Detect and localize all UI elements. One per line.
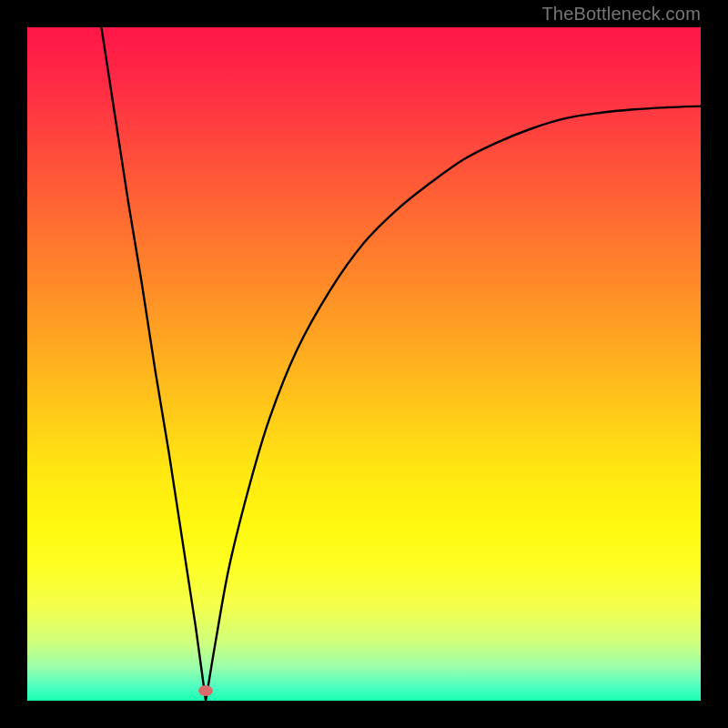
plot-area — [27, 27, 701, 701]
chart-frame: TheBottleneck.com — [0, 0, 728, 728]
attribution-text: TheBottleneck.com — [541, 4, 701, 25]
curve-svg — [27, 27, 701, 701]
bottleneck-curve-path — [101, 27, 701, 701]
minimum-marker — [198, 685, 213, 696]
